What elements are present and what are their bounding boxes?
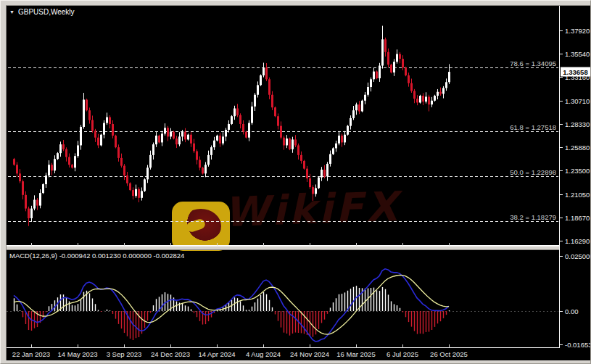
- axis-tick: [560, 344, 563, 345]
- price-label: 1.16290: [565, 237, 590, 245]
- current-price-tag: 1.33658: [561, 67, 590, 77]
- price-label: 1.28330: [565, 120, 590, 128]
- axis-tick: [560, 311, 563, 312]
- date-label: 14 May 2023: [58, 350, 98, 358]
- date-label: 14 Apr 2024: [198, 350, 235, 358]
- macd-scale-min: -0.016538: [565, 341, 590, 349]
- svg-text:61.8 = 1.27518: 61.8 = 1.27518: [510, 123, 556, 131]
- chart-window: WikiFX 78.6 = 1.3409561.8 = 1.2751850.0 …: [0, 0, 591, 364]
- date-label: 26 Oct 2025: [430, 350, 468, 358]
- axis-tick: [560, 241, 563, 241]
- svg-text:78.6 = 1.34095: 78.6 = 1.34095: [510, 59, 556, 67]
- price-label: 1.23500: [565, 167, 590, 175]
- svg-text:50.0 = 1.22898: 50.0 = 1.22898: [510, 168, 556, 176]
- svg-text:38.2 = 1.18279: 38.2 = 1.18279: [510, 213, 556, 221]
- macd-indicator-chart[interactable]: [7, 250, 560, 348]
- date-label: 24 Nov 2024: [290, 350, 329, 358]
- price-label: 1.37920: [565, 27, 590, 35]
- axis-tick: [560, 30, 563, 31]
- candles: [13, 26, 450, 226]
- main-price-chart[interactable]: 78.6 = 1.3409561.8 = 1.2751850.0 = 1.228…: [7, 6, 560, 246]
- date-label: 6 Jul 2025: [387, 350, 418, 358]
- macd-indicator-label: MACD(12,26,9) -0.000942 0.001230 0.00000…: [9, 252, 184, 260]
- macd-scale-max: 0.025005: [565, 252, 590, 260]
- date-label: 24 Dec 2023: [151, 350, 190, 358]
- symbol-title: ▼ GBPUSD,Weekly: [9, 8, 75, 16]
- axis-tick: [560, 147, 563, 148]
- symbol-label: GBPUSD,Weekly: [18, 8, 75, 16]
- pane-divider[interactable]: [7, 246, 560, 250]
- axis-tick: [560, 256, 563, 257]
- axis-tick: [560, 77, 563, 78]
- axis-tick: [560, 124, 563, 125]
- price-label: 1.18670: [565, 214, 590, 222]
- time-axis[interactable]: 22 Jan 202314 May 20233 Sep 202324 Dec 2…: [7, 348, 590, 360]
- axis-tick: [560, 54, 563, 54]
- symbol-dropdown-icon[interactable]: ▼: [9, 9, 15, 15]
- axis-tick: [560, 170, 563, 171]
- axis-tick: [560, 101, 563, 102]
- price-label: 1.25880: [565, 144, 590, 152]
- date-label: 22 Jan 2023: [12, 350, 50, 358]
- date-label: 4 Aug 2024: [246, 350, 281, 358]
- price-label: 1.35540: [565, 50, 590, 58]
- macd-scale-zero: 0.00: [565, 307, 579, 315]
- price-label: 1.21050: [565, 191, 590, 199]
- date-label: 3 Sep 2023: [107, 350, 142, 358]
- axis-tick: [560, 194, 563, 195]
- date-label: 16 Mar 2025: [336, 350, 375, 358]
- axis-tick: [560, 218, 563, 218]
- price-label: 1.30710: [565, 97, 590, 105]
- price-axis[interactable]: 1.33658 1.379201.355401.331601.307101.28…: [559, 6, 590, 348]
- chart-client-area: WikiFX 78.6 = 1.3409561.8 = 1.2751850.0 …: [6, 5, 590, 360]
